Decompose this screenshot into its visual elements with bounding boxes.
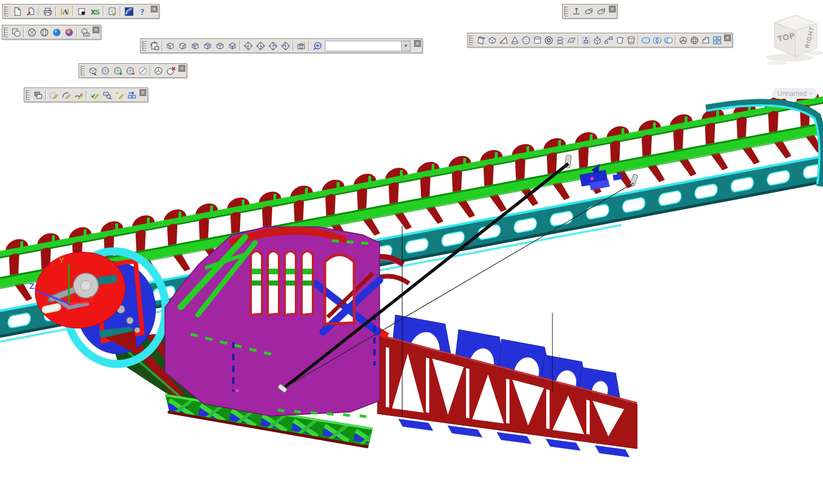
solid-sphere-button[interactable] [520,34,532,46]
hidden-line-display-button[interactable] [38,26,50,38]
new-sketch-button[interactable] [113,89,125,101]
iso-nw-button[interactable] [279,40,291,52]
validate-sketch-button[interactable] [88,89,101,101]
toolbar-display-modes[interactable]: × [2,25,101,40]
toolbar-grip[interactable] [4,27,8,37]
new-document-button[interactable] [10,5,24,17]
entity-display-button[interactable] [10,26,22,38]
toolbar-standard[interactable]: AXS?× [2,4,159,19]
properties-button[interactable] [105,5,119,17]
solid-box-button[interactable] [486,34,498,46]
move-copy-entity-button[interactable] [32,89,44,101]
arc-segment-button[interactable] [122,5,136,17]
orbit-free-button[interactable] [582,5,595,17]
open-document-button[interactable] [24,5,37,17]
toolbar-grip[interactable] [26,90,30,100]
solid-spring-button[interactable] [554,34,565,46]
render-options-button[interactable] [79,26,91,38]
svg-text:S: S [94,8,99,16]
delete-named-view-icon [166,66,176,76]
view-left-button[interactable] [189,40,201,52]
solid-torus-button[interactable] [543,34,554,46]
toolbar-close-button[interactable]: × [140,89,146,96]
sweep-button[interactable] [603,34,614,46]
toolbar-close-button[interactable]: × [151,6,158,12]
solid-slab-button[interactable] [475,34,486,46]
plot-print-button[interactable] [41,5,54,17]
solid-cylinder-button[interactable] [532,34,543,46]
named-view-selector[interactable]: Unnamed ▿ [772,88,817,99]
export-sheet-button[interactable]: XS [88,5,102,17]
view-snapshot-button[interactable] [295,40,307,52]
fill-style-button[interactable] [75,5,88,17]
bool-subtract-button[interactable] [663,34,674,46]
remove-named-view-button[interactable] [124,64,136,77]
inspect-annotation-button[interactable] [101,89,113,101]
toolbar-solids[interactable]: × [467,33,733,47]
toolbar-close-button[interactable]: × [724,34,731,41]
edit-spline-button[interactable] [72,89,85,101]
iso-se-button[interactable] [254,40,267,52]
toolbar-close-button[interactable]: × [93,27,99,33]
add-named-view-button[interactable] [111,64,124,77]
revolve-button[interactable] [614,34,625,46]
solid-cone-button[interactable] [509,34,520,46]
toolbar-views[interactable]: ▼× [140,38,423,53]
named-view-manager-icon [150,41,159,51]
divide-view-button[interactable] [152,64,164,77]
extrude-faces-button[interactable] [591,34,603,46]
hatch-off-button[interactable] [136,64,149,77]
orbit-constrained-button[interactable] [595,5,607,17]
chevron-down-icon[interactable]: ▼ [401,41,410,51]
help-button[interactable]: ? [136,5,149,17]
convert-blocks-button[interactable] [125,89,138,101]
loft-button[interactable] [625,34,637,46]
orient-solid-button[interactable] [677,34,689,46]
solid-wedge-button[interactable] [498,34,509,46]
rendered-display-button[interactable] [63,26,75,38]
edit-arc-button[interactable] [60,89,72,101]
solid-mesh-button[interactable] [565,34,577,46]
toolbar-grip[interactable] [81,65,85,76]
hidden-line-display-icon [40,28,49,37]
view-cube[interactable]: TOP RIGHT [760,10,823,67]
toolbar-close-button[interactable]: × [414,40,421,47]
arc-segment-icon [124,7,134,16]
bool-union-button[interactable] [640,34,651,46]
validate-sketch-icon [90,90,99,100]
shaded-display-button[interactable] [50,26,63,38]
view-top-button[interactable] [214,40,226,52]
toolbar-close-button[interactable]: × [178,65,185,72]
solid-array-button[interactable] [711,34,722,46]
edit-hatch-button[interactable] [47,89,60,101]
toolbar-viewports[interactable]: × [79,63,187,78]
delete-named-view-button[interactable] [164,64,177,77]
view-back-button[interactable] [176,40,189,52]
view-right-button[interactable] [201,40,214,52]
named-view-sphere-button[interactable] [99,64,111,77]
zoom-previous-button[interactable] [311,40,323,52]
walk-through-button[interactable] [570,5,582,17]
view-front-button[interactable] [164,40,176,52]
toolbar-navigation[interactable]: × [562,4,617,19]
extrude-button[interactable] [580,34,591,46]
wireframe-display-button[interactable] [25,26,38,38]
geo-sphere-button[interactable] [689,34,700,46]
view-name-combobox[interactable]: ▼ [325,41,411,51]
hatch-off-icon [138,66,147,76]
solid-step-button[interactable] [700,34,711,46]
toolbar-grip[interactable] [564,6,568,16]
toolbar-close-button[interactable]: × [609,6,616,12]
toolbar-grip[interactable] [469,35,473,45]
toolbar-grip[interactable] [5,6,8,16]
bool-intersect-button[interactable] [651,34,663,46]
toolbar-grip[interactable] [142,41,146,51]
iso-sw-button[interactable] [242,40,254,52]
iso-ne-button[interactable] [267,40,279,52]
view-bottom-button[interactable] [226,40,238,52]
named-view-manager-button[interactable] [148,40,160,52]
zoom-previous-icon [312,41,322,51]
toolbar-edit[interactable]: × [24,87,148,102]
viewport-layout-button[interactable] [86,64,99,77]
text-style-button[interactable]: A [58,5,71,17]
